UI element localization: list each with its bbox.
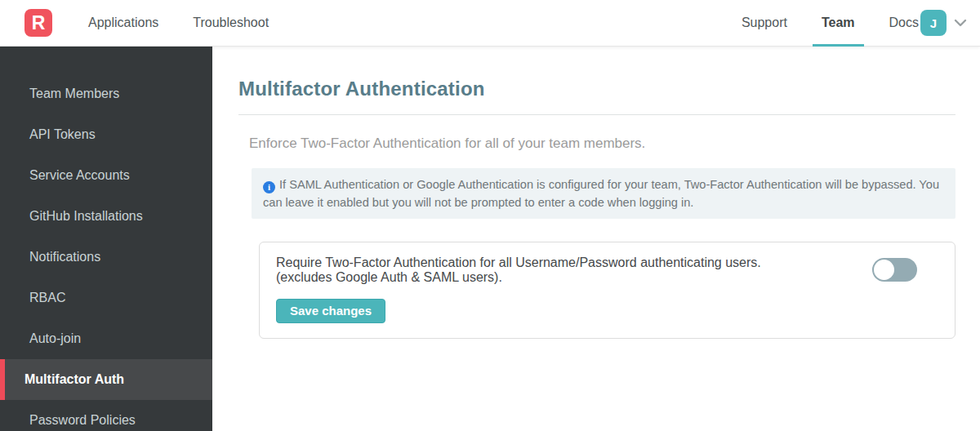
avatar[interactable]: J (920, 10, 947, 36)
sidebar-item[interactable]: API Tokens (0, 114, 212, 155)
primary-nav: Applications Troubleshoot (88, 0, 269, 47)
sidebar-item[interactable]: Service Accounts (0, 155, 212, 196)
title-divider (238, 114, 956, 115)
sidebar-item[interactable]: Multifactor Auth (0, 359, 212, 400)
settings-sidebar: Team Members API Tokens Service Accounts… (0, 47, 212, 431)
sidebar-item[interactable]: Password Policies (0, 400, 212, 431)
info-callout: iIf SAML Authentication or Google Authen… (252, 168, 956, 219)
two-factor-setting-card: Require Two-Factor Authentication for al… (259, 242, 956, 339)
chevron-down-icon[interactable] (952, 15, 969, 31)
nav-item[interactable]: Support (742, 0, 787, 47)
secondary-nav: Support Team Docs (742, 0, 919, 47)
nav-item[interactable]: Docs (889, 0, 919, 47)
sidebar-item[interactable]: Auto-join (0, 318, 212, 359)
sidebar-item[interactable]: RBAC (0, 278, 212, 318)
info-callout-text: If SAML Authentication or Google Authent… (263, 178, 939, 209)
top-nav-bar: R Applications Troubleshoot Support Team… (0, 0, 980, 47)
sidebar-item[interactable]: GitHub Installations (0, 196, 212, 237)
main-content: Multifactor Authentication Enforce Two-F… (212, 47, 980, 431)
setting-label: Require Two-Factor Authentication for al… (276, 255, 856, 285)
nav-item[interactable]: Troubleshoot (193, 0, 269, 47)
two-factor-toggle[interactable] (872, 258, 917, 282)
sidebar-item[interactable]: Notifications (0, 237, 212, 278)
nav-item[interactable]: Applications (88, 0, 158, 47)
account-menu[interactable]: J (920, 10, 969, 36)
page-subtitle: Enforce Two-Factor Authentication for al… (249, 136, 956, 152)
setting-label-line1: Require Two-Factor Authentication for al… (276, 255, 761, 269)
setting-label-line2: (excludes Google Auth & SAML users). (276, 270, 502, 284)
page-title: Multifactor Authentication (238, 78, 956, 100)
nav-item[interactable]: Team (822, 0, 855, 47)
rollbar-logo[interactable]: R (24, 9, 52, 37)
info-icon: i (263, 181, 275, 193)
toggle-knob (874, 260, 894, 280)
save-changes-button[interactable]: Save changes (276, 299, 385, 323)
sidebar-item[interactable]: Team Members (0, 73, 212, 114)
